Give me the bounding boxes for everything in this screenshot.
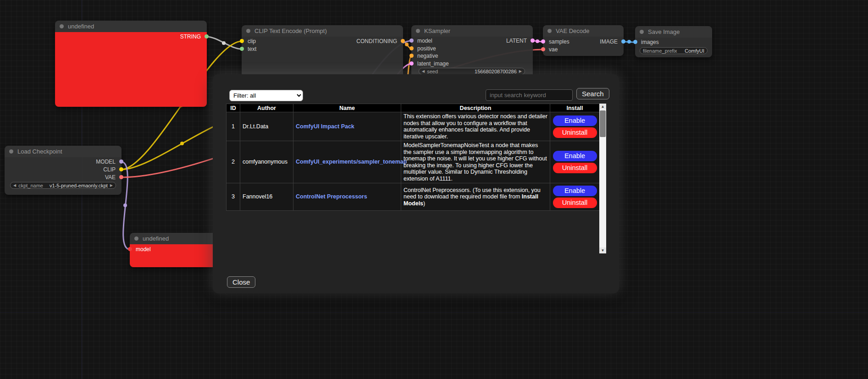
output-slot-model: MODEL <box>5 158 122 165</box>
search-input[interactable] <box>486 89 573 101</box>
wire-dot <box>405 43 409 46</box>
slot-label: CONDITIONING <box>356 38 397 44</box>
decrement-arrow-icon[interactable]: ◀ <box>422 70 425 73</box>
node-header[interactable]: undefined <box>55 21 207 32</box>
node-vae-decode[interactable]: VAE Decode samples vae IMAGE <box>543 25 624 56</box>
widget-value: v1-5-pruned-emaonly.ckpt <box>50 183 108 188</box>
widget-value: 156680208700286 <box>475 69 517 74</box>
extension-row: 1Dr.Lt.DataComfyUI Impact PackThis exten… <box>227 112 600 141</box>
node-header[interactable]: Save Image <box>635 26 712 38</box>
node-title: KSampler <box>424 27 450 34</box>
cell-author: Dr.Lt.Data <box>240 112 293 141</box>
slot-dot-vae[interactable] <box>541 47 545 51</box>
enable-button[interactable]: Enable <box>553 151 597 161</box>
slot-dot-model[interactable] <box>119 159 123 164</box>
cell-description: This extension offers various detector n… <box>401 112 550 141</box>
ckpt-name-widget[interactable]: ◀ ckpt_name v1-5-pruned-emaonly.ckpt ▶ <box>10 182 116 189</box>
node-title: undefined <box>143 235 169 242</box>
enable-button[interactable]: Enable <box>553 186 597 196</box>
slot-label: MODEL <box>96 159 116 165</box>
enable-button[interactable]: Enable <box>553 115 597 126</box>
node-collapse-dot[interactable] <box>416 29 420 33</box>
slot-dot-positive[interactable] <box>409 46 414 50</box>
scroll-down-icon[interactable]: ▼ <box>599 247 606 253</box>
node-save-image[interactable]: Save Image images filename_prefix ComfyU… <box>635 26 712 57</box>
node-body: STRING <box>55 32 207 107</box>
slot-dot-clip[interactable] <box>119 167 123 171</box>
slot-dot-vae[interactable] <box>119 175 123 179</box>
seed-widget[interactable]: ◀ seed 156680208700286 ▶ <box>419 68 525 75</box>
column-header-author: Author <box>240 104 293 112</box>
node-body: samples vae IMAGE <box>543 37 624 56</box>
description-text: ControlNet Preprocessors. (To use this e… <box>404 187 541 200</box>
comfyui-canvas: undefined STRING CLIP Text Encode (Promp… <box>0 0 868 379</box>
slot-label: model <box>136 246 151 253</box>
scrollbar-thumb[interactable] <box>600 110 606 137</box>
description-text: This extension offers various detector n… <box>404 113 547 140</box>
slot-dot-text[interactable] <box>240 47 244 51</box>
node-header[interactable]: VAE Decode <box>543 25 624 37</box>
node-collapse-dot[interactable] <box>547 29 552 33</box>
wire-dot <box>536 39 539 43</box>
slot-label: positive <box>417 45 436 52</box>
scroll-up-icon[interactable]: ▲ <box>599 104 606 110</box>
cell-install: EnableUninstall <box>550 141 600 183</box>
slot-label: VAE <box>105 174 116 181</box>
cell-author: Fannovel16 <box>240 183 293 211</box>
slot-dot-negative[interactable] <box>409 54 414 58</box>
extension-name-link[interactable]: ComfyUI Impact Pack <box>296 123 354 130</box>
filter-select[interactable]: Filter: all <box>229 90 303 101</box>
wire-model-down <box>121 162 130 249</box>
slot-dot-conditioning[interactable] <box>401 39 405 43</box>
column-header-install: Install <box>550 104 600 112</box>
slot-dot-images[interactable] <box>633 40 637 44</box>
slot-dot-latent-image[interactable] <box>409 61 414 66</box>
wire-string-text <box>206 37 242 49</box>
cell-name: ComfyUI Impact Pack <box>293 112 401 141</box>
extension-row: 3Fannovel16ControlNet PreprocessorsContr… <box>227 183 600 211</box>
cell-description: ModelSamplerTonemapNoiseTest a node that… <box>401 141 550 183</box>
extension-manager-dialog: Filter: all Search ID Author Name Descri… <box>213 74 619 293</box>
close-button[interactable]: Close <box>227 276 255 288</box>
node-title: CLIP Text Encode (Prompt) <box>254 27 327 34</box>
cell-author: comfyanonymous <box>240 141 293 183</box>
extension-row: 2comfyanonymousComfyUI_experiments/sampl… <box>227 141 600 183</box>
filename-prefix-widget[interactable]: filename_prefix ComfyUI <box>640 47 708 54</box>
uninstall-button[interactable]: Uninstall <box>553 127 597 138</box>
increment-arrow-icon[interactable]: ▶ <box>110 184 113 187</box>
decrement-arrow-icon[interactable]: ◀ <box>13 184 16 187</box>
extension-name-link[interactable]: ComfyUI_experiments/sampler_tonemap <box>296 159 407 165</box>
slot-label: negative <box>417 53 438 59</box>
search-button[interactable]: Search <box>576 88 609 99</box>
node-load-checkpoint[interactable]: Load Checkpoint MODEL CLIP VAE ◀ ckpt_na… <box>5 146 122 195</box>
increment-arrow-icon[interactable]: ▶ <box>519 70 522 73</box>
node-collapse-dot[interactable] <box>9 149 13 154</box>
cell-install: EnableUninstall <box>550 112 600 141</box>
node-header[interactable]: KSampler <box>411 25 533 37</box>
input-slot-images: images <box>635 38 712 46</box>
output-slot-vae: VAE <box>5 174 122 181</box>
node-header[interactable]: CLIP Text Encode (Prompt) <box>242 25 403 37</box>
slot-dot-image[interactable] <box>621 39 625 44</box>
node-header[interactable]: Load Checkpoint <box>5 146 122 157</box>
slot-dot-latent[interactable] <box>531 38 535 43</box>
canvas-horizontal-axis <box>0 312 868 313</box>
extension-name-link[interactable]: ControlNet Preprocessors <box>296 193 367 200</box>
slot-dot-model[interactable] <box>128 247 132 251</box>
node-undefined-top[interactable]: undefined STRING <box>55 21 207 107</box>
table-scrollbar[interactable]: ▲ ▼ <box>599 104 606 253</box>
node-body: model positive negative latent_image LAT… <box>411 37 533 80</box>
slot-dot-string[interactable] <box>205 34 209 38</box>
node-collapse-dot[interactable] <box>60 24 64 28</box>
node-collapse-dot[interactable] <box>134 236 138 241</box>
node-collapse-dot[interactable] <box>246 29 250 33</box>
uninstall-button[interactable]: Uninstall <box>553 198 597 208</box>
wire-dot <box>222 41 226 45</box>
node-title: undefined <box>68 23 94 30</box>
uninstall-button[interactable]: Uninstall <box>553 163 597 173</box>
node-ksampler[interactable]: KSampler model positive negative latent_… <box>411 25 533 80</box>
wire-dot <box>180 142 184 145</box>
node-collapse-dot[interactable] <box>640 30 644 34</box>
cell-id: 2 <box>227 141 240 183</box>
wire-dot <box>627 40 631 44</box>
